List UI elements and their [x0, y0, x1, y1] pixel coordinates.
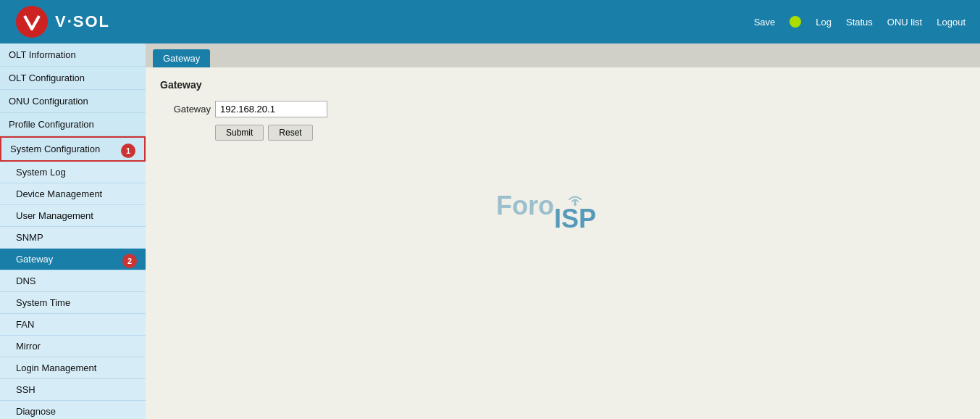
sidebar-sub-snmp[interactable]: SNMP: [0, 227, 146, 249]
sidebar-item-olt-information[interactable]: OLT Information: [0, 43, 146, 67]
sidebar-sub-device-management[interactable]: Device Management: [0, 183, 146, 205]
wifi-icon: [565, 191, 585, 207]
badge-1: 1: [121, 144, 135, 158]
button-row: Submit Reset: [215, 125, 966, 141]
save-button[interactable]: Save: [754, 17, 776, 28]
watermark-foro: Foro: [496, 191, 554, 221]
main-content: Gateway Gateway Gateway Submit Reset For…: [146, 43, 980, 419]
header: V·SOL Save Log Status ONU list Logout: [0, 0, 980, 43]
sidebar-sub-dns[interactable]: DNS: [0, 270, 146, 292]
sidebar-sub-mirror[interactable]: Mirror: [0, 336, 146, 357]
sidebar-sub-user-management[interactable]: User Management: [0, 205, 146, 227]
watermark-isp: ISP: [554, 204, 596, 234]
sidebar-sub-ssh[interactable]: SSH: [0, 379, 146, 401]
gateway-label: Gateway: [160, 104, 211, 115]
submit-button[interactable]: Submit: [215, 125, 264, 141]
status-indicator: [790, 16, 801, 28]
sidebar: OLT Information OLT Configuration ONU Co…: [0, 43, 146, 419]
header-right: Save Log Status ONU list Logout: [754, 16, 966, 28]
tab-gateway[interactable]: Gateway: [153, 49, 210, 67]
status-link[interactable]: Status: [846, 17, 873, 28]
sidebar-sub-system-time[interactable]: System Time: [0, 292, 146, 314]
svg-point-1: [574, 203, 577, 206]
onu-list-link[interactable]: ONU list: [887, 17, 922, 28]
layout: OLT Information OLT Configuration ONU Co…: [0, 43, 980, 419]
sidebar-sub-gateway[interactable]: Gateway 2: [0, 249, 146, 270]
logout-link[interactable]: Logout: [937, 17, 966, 28]
gateway-form-row: Gateway: [160, 101, 966, 117]
sidebar-item-system-configuration[interactable]: System Configuration 1: [0, 136, 146, 162]
sidebar-sub-system-log[interactable]: System Log: [0, 162, 146, 183]
watermark: Foro ISP: [496, 191, 596, 234]
log-link[interactable]: Log: [816, 17, 832, 28]
sidebar-sub-label: Gateway: [16, 254, 53, 265]
logo-area: V·SOL: [14, 4, 110, 39]
tab-bar: Gateway: [146, 43, 980, 67]
section-title: Gateway: [160, 79, 966, 91]
sidebar-item-onu-configuration[interactable]: ONU Configuration: [0, 90, 146, 113]
badge-2: 2: [122, 254, 137, 268]
sidebar-item-olt-configuration[interactable]: OLT Configuration: [0, 67, 146, 90]
reset-button[interactable]: Reset: [268, 125, 312, 141]
sidebar-sub-login-management[interactable]: Login Management: [0, 357, 146, 379]
gateway-input[interactable]: [215, 101, 327, 117]
sidebar-sub-fan[interactable]: FAN: [0, 314, 146, 336]
content-area: Gateway Gateway Submit Reset: [146, 67, 980, 152]
vsol-logo-icon: [14, 4, 49, 39]
sidebar-item-profile-configuration[interactable]: Profile Configuration: [0, 113, 146, 136]
sidebar-item-label: System Configuration: [10, 144, 100, 154]
sidebar-sub-diagnose[interactable]: Diagnose: [0, 401, 146, 419]
svg-point-0: [16, 6, 48, 38]
logo-text: V·SOL: [55, 12, 110, 31]
